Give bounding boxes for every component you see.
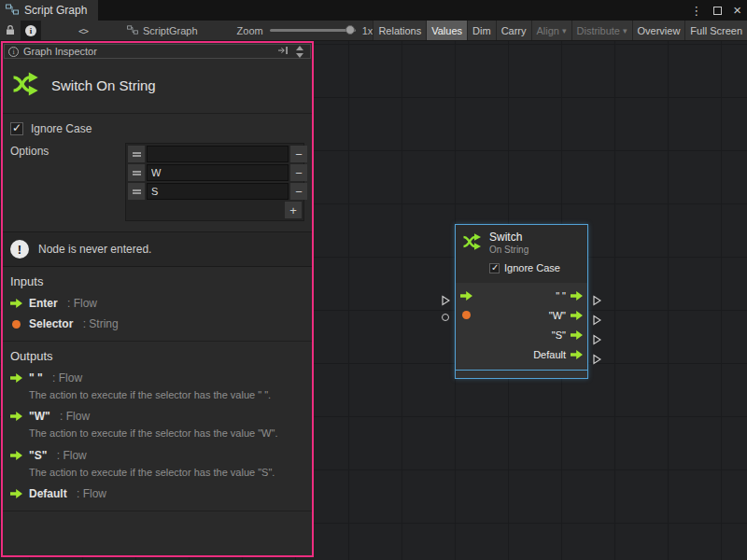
- lock-button[interactable]: [0, 21, 21, 40]
- remove-option-button[interactable]: −: [290, 183, 307, 200]
- node-ignore-case-checkbox[interactable]: [489, 263, 500, 273]
- zoom-control: Zoom 1x: [237, 21, 374, 40]
- warning-text: Node is never entered.: [38, 243, 151, 256]
- flow-port-icon: [10, 412, 22, 421]
- dim-button[interactable]: Dim: [467, 21, 496, 40]
- zoom-slider[interactable]: [270, 29, 356, 32]
- remove-option-button[interactable]: −: [290, 146, 307, 162]
- flow-output-port[interactable]: [571, 330, 583, 340]
- close-icon[interactable]: [733, 2, 741, 19]
- connector-triangle-right[interactable]: [593, 332, 601, 349]
- inspector-toggle-button[interactable]: [21, 21, 41, 40]
- fullscreen-button[interactable]: Full Screen: [684, 21, 747, 40]
- option-value-field[interactable]: [147, 164, 289, 181]
- warning-banner: Node is never entered.: [3, 231, 312, 267]
- switch-icon: [10, 68, 42, 103]
- script-graph-window: Script Graph ScriptGraph Zoom: [0, 0, 747, 560]
- overview-button[interactable]: Overview: [632, 21, 685, 40]
- port-name: " ": [29, 371, 43, 385]
- port-type: : Flow: [49, 371, 82, 385]
- node-subtitle: On String: [489, 245, 529, 255]
- connector-triangle-right[interactable]: [593, 293, 601, 310]
- inspector-header-label: Graph Inspector: [23, 46, 97, 57]
- flow-port-icon: [10, 489, 22, 498]
- port-description: The action to execute if the selector ha…: [3, 388, 312, 406]
- align-dropdown[interactable]: Align: [531, 21, 571, 40]
- tab-script-graph[interactable]: Script Graph: [0, 0, 98, 21]
- options-row: Options − − − +: [10, 143, 304, 221]
- input-port-row: Enter : Flow: [3, 293, 312, 314]
- drag-handle-icon[interactable]: [128, 183, 145, 200]
- drag-handle-icon[interactable]: [128, 164, 145, 181]
- connector-circle-left[interactable]: [442, 314, 449, 321]
- options-label: Options: [10, 143, 49, 158]
- toolbar-buttons: Relations Values Dim Carry Align Distrib…: [373, 21, 747, 40]
- node-header[interactable]: Switch On String Ignore Case: [456, 225, 587, 283]
- api-button[interactable]: [73, 21, 93, 40]
- code-icon: [78, 25, 88, 36]
- port-row-enter: " ": [456, 286, 587, 305]
- relations-button[interactable]: Relations: [373, 21, 426, 40]
- selector-input-port[interactable]: [462, 311, 471, 319]
- script-graph-small-icon: [127, 25, 138, 36]
- inputs-section: Inputs Enter : Flow Selector : String: [3, 267, 312, 342]
- flow-input-port[interactable]: [460, 291, 472, 301]
- flow-port-icon: [10, 299, 22, 308]
- flow-output-port[interactable]: [571, 291, 583, 301]
- node-footer: [456, 370, 587, 378]
- port-type: : String: [79, 317, 118, 330]
- value-port-icon: [12, 320, 21, 329]
- add-option-button[interactable]: +: [285, 202, 302, 218]
- connector-triangle-right[interactable]: [593, 352, 601, 369]
- option-value-field[interactable]: [147, 146, 289, 162]
- output-port-row: "W" : Flow: [3, 406, 312, 427]
- output-port-label: "S": [552, 329, 566, 341]
- warning-icon: [10, 240, 29, 259]
- tab-title: Script Graph: [24, 4, 87, 17]
- scroll-up-icon[interactable]: [296, 46, 303, 50]
- options-list: − − − +: [125, 143, 304, 221]
- carry-button[interactable]: Carry: [496, 21, 531, 40]
- pane-scroll-buttons[interactable]: [293, 46, 306, 58]
- output-port-row: Default : Flow: [3, 483, 312, 504]
- window-menu-icon[interactable]: [690, 2, 702, 19]
- port-row-default: Default: [456, 344, 587, 364]
- option-value-field[interactable]: [147, 183, 289, 200]
- flow-output-port[interactable]: [571, 311, 583, 320]
- port-row-selector: "W": [456, 305, 587, 325]
- graph-toolbar: ScriptGraph Zoom 1x Relations Values Dim…: [0, 21, 747, 41]
- port-type: : Flow: [53, 449, 86, 462]
- option-item: −: [128, 146, 302, 162]
- flow-port-icon: [10, 373, 22, 383]
- dock-icon[interactable]: [277, 46, 289, 57]
- port-name: "S": [29, 449, 47, 462]
- values-button[interactable]: Values: [426, 21, 467, 40]
- lock-icon: [5, 24, 16, 37]
- switch-icon: [461, 231, 484, 257]
- port-type: : Flow: [57, 410, 90, 423]
- connector-triangle-right[interactable]: [593, 313, 601, 329]
- outputs-section: Outputs " " : Flow The action to execute…: [3, 342, 312, 511]
- zoom-value: 1x: [362, 25, 374, 36]
- input-port-row: Selector : String: [3, 314, 312, 334]
- remove-option-button[interactable]: −: [290, 164, 307, 181]
- graph-name-label: ScriptGraph: [143, 25, 198, 36]
- drag-handle-icon[interactable]: [128, 146, 145, 162]
- zoom-slider-knob[interactable]: [345, 25, 355, 35]
- switch-on-string-node[interactable]: Switch On String Ignore Case " ": [455, 224, 588, 379]
- output-port-label: " ": [556, 290, 566, 301]
- scroll-down-icon[interactable]: [296, 53, 303, 58]
- connector-triangle-left[interactable]: [442, 293, 450, 310]
- graph-reference[interactable]: ScriptGraph: [127, 21, 198, 40]
- node-inspector-title-row: Switch On String: [3, 60, 312, 114]
- port-name: Selector: [29, 317, 73, 330]
- maximize-icon[interactable]: [713, 7, 722, 15]
- info-icon: [25, 25, 36, 36]
- ignore-case-row: Ignore Case: [10, 122, 304, 135]
- ignore-case-checkbox[interactable]: [10, 122, 23, 135]
- port-description: The action to execute if the selector ha…: [3, 466, 312, 483]
- flow-output-port[interactable]: [571, 350, 583, 359]
- flow-port-icon: [10, 451, 22, 460]
- inspector-node-title: Switch On String: [51, 77, 156, 93]
- distribute-dropdown[interactable]: Distribute: [571, 21, 632, 40]
